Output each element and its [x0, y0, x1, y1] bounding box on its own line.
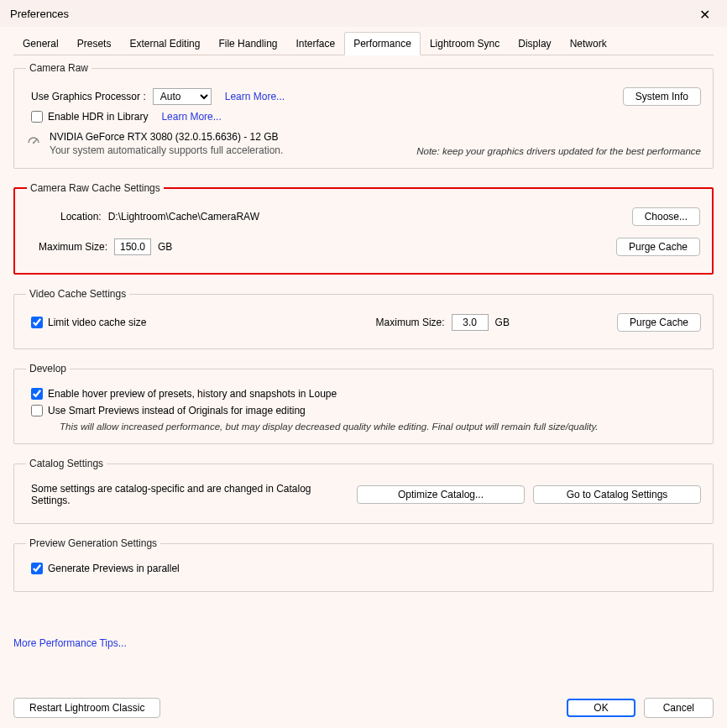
- ok-button[interactable]: OK: [567, 699, 635, 717]
- develop-legend: Develop: [26, 363, 70, 374]
- svg-line-1: [34, 139, 37, 143]
- generate-parallel-checkbox[interactable]: Generate Previews in parallel: [31, 563, 180, 574]
- tab-interface[interactable]: Interface: [286, 32, 344, 55]
- develop-group: Develop Enable hover preview of presets,…: [13, 363, 714, 444]
- footer: Restart Lightroom Classic OK Cancel: [13, 691, 714, 718]
- learn-more-gpu-link[interactable]: Learn More...: [225, 91, 285, 102]
- window-title: Preferences: [10, 8, 69, 20]
- tab-file-handling[interactable]: File Handling: [209, 32, 286, 55]
- generate-parallel-label: Generate Previews in parallel: [48, 563, 180, 574]
- limit-video-label: Limit video cache size: [48, 317, 146, 328]
- cache-settings-group: Camera Raw Cache Settings Location: D:\L…: [13, 182, 714, 275]
- catalog-group: Catalog Settings Some settings are catal…: [13, 458, 714, 524]
- smart-preview-label: Use Smart Previews instead of Originals …: [48, 405, 306, 416]
- video-cache-legend: Video Cache Settings: [26, 288, 129, 300]
- tab-network[interactable]: Network: [561, 32, 616, 55]
- video-max-size-label: Maximum Size:: [376, 317, 445, 328]
- hover-preview-label: Enable hover preview of presets, history…: [48, 388, 337, 400]
- gpu-support-text: Your system automatically supports full …: [50, 144, 283, 156]
- preview-gen-group: Preview Generation Settings Generate Pre…: [13, 537, 714, 592]
- tab-display[interactable]: Display: [509, 32, 560, 55]
- gpu-select[interactable]: Auto: [153, 88, 212, 105]
- camera-raw-group: Camera Raw Use Graphics Processor : Auto…: [13, 62, 714, 169]
- limit-video-checkbox[interactable]: Limit video cache size: [31, 317, 146, 328]
- gpu-name-text: NVIDIA GeForce RTX 3080 (32.0.15.6636) -…: [50, 131, 283, 143]
- video-max-size-unit: GB: [495, 317, 510, 328]
- camera-raw-legend: Camera Raw: [26, 62, 92, 74]
- smart-preview-checkbox[interactable]: Use Smart Previews instead of Originals …: [31, 405, 306, 416]
- choose-button[interactable]: Choose...: [632, 207, 700, 226]
- hover-preview-checkbox[interactable]: Enable hover preview of presets, history…: [31, 388, 337, 400]
- close-icon[interactable]: ✕: [693, 5, 717, 24]
- learn-more-hdr-link[interactable]: Learn More...: [161, 111, 221, 123]
- driver-note: Note: keep your graphics drivers updated…: [416, 146, 701, 156]
- purge-cache-button[interactable]: Purge Cache: [616, 238, 700, 256]
- cache-location-path: D:\Lightroom\Cache\CameraRAW: [108, 211, 259, 223]
- catalog-text: Some settings are catalog-specific and a…: [31, 483, 350, 506]
- more-tips-link[interactable]: More Performance Tips...: [13, 637, 714, 649]
- enable-hdr-input[interactable]: [31, 111, 43, 123]
- titlebar: Preferences ✕: [0, 0, 727, 27]
- restart-button[interactable]: Restart Lightroom Classic: [13, 698, 160, 718]
- preview-gen-legend: Preview Generation Settings: [26, 537, 160, 549]
- max-size-input[interactable]: [114, 238, 151, 255]
- tab-general[interactable]: General: [13, 32, 68, 55]
- smart-preview-input[interactable]: [31, 405, 43, 416]
- cache-settings-legend: Camera Raw Cache Settings: [27, 182, 164, 194]
- catalog-legend: Catalog Settings: [26, 458, 107, 469]
- max-size-unit: GB: [158, 241, 172, 253]
- enable-hdr-label: Enable HDR in Library: [48, 111, 148, 123]
- purge-video-cache-button[interactable]: Purge Cache: [617, 313, 701, 332]
- hover-preview-input[interactable]: [31, 388, 43, 400]
- goto-catalog-button[interactable]: Go to Catalog Settings: [533, 485, 701, 504]
- cancel-button[interactable]: Cancel: [644, 698, 714, 718]
- enable-hdr-checkbox[interactable]: Enable HDR in Library: [31, 111, 148, 123]
- tabstrip: GeneralPresetsExternal EditingFile Handl…: [13, 32, 714, 55]
- max-size-label: Maximum Size:: [39, 241, 107, 253]
- video-max-size-input[interactable]: [452, 314, 489, 331]
- cache-location-label: Location:: [60, 211, 102, 223]
- tab-presets[interactable]: Presets: [68, 32, 121, 55]
- system-info-button[interactable]: System Info: [623, 87, 701, 106]
- limit-video-input[interactable]: [31, 317, 43, 328]
- gauge-icon: [26, 133, 41, 148]
- optimize-catalog-button[interactable]: Optimize Catalog...: [357, 485, 525, 504]
- tab-performance[interactable]: Performance: [344, 32, 421, 55]
- develop-note: This will allow increased performance, b…: [60, 422, 701, 432]
- generate-parallel-input[interactable]: [31, 563, 43, 574]
- tab-lightroom-sync[interactable]: Lightroom Sync: [421, 32, 509, 55]
- use-gpu-label: Use Graphics Processor :: [31, 91, 146, 102]
- tab-external-editing[interactable]: External Editing: [120, 32, 209, 55]
- video-cache-group: Video Cache Settings Limit video cache s…: [13, 288, 714, 349]
